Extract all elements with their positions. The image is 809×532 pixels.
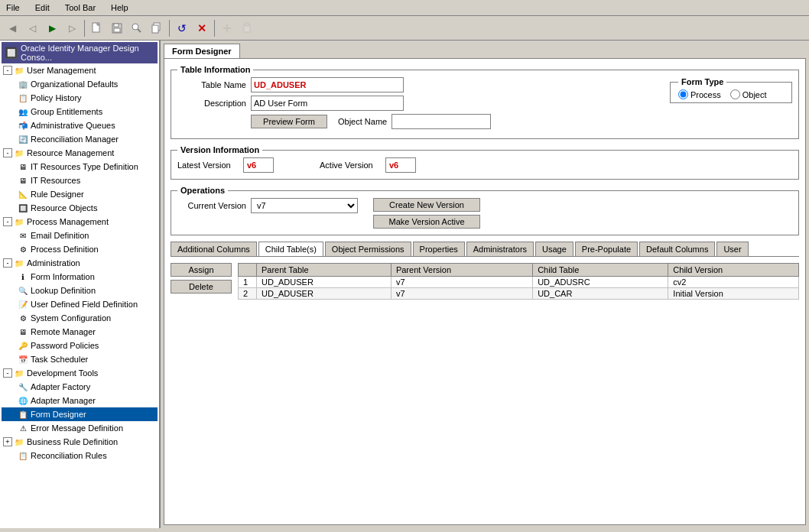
sidebar-label-user-field-def: User Defined Field Definition [31,300,138,309]
sidebar-label-adapter-manager: Adapter Manager [31,396,96,405]
expand-user-mgmt[interactable]: - [3,66,12,75]
radio-process-label: Process [678,89,721,99]
object-name-label: Object Name [338,117,387,126]
menu-edit[interactable]: Edit [32,2,53,14]
tab-usage[interactable]: Usage [535,242,573,256]
svg-line-6 [138,29,141,32]
sidebar-item-adapter-manager[interactable]: 🌐 Adapter Manager [2,394,158,407]
sidebar-item-adapter-factory[interactable]: 🔧 Adapter Factory [2,380,158,394]
version-select[interactable]: v7 v6 v5 v4 [251,198,358,213]
sidebar-item-rule-designer[interactable]: 📐 Rule Designer [2,187,158,201]
expand-administration[interactable]: - [3,258,12,268]
delete-btn[interactable]: Delete [171,280,232,294]
toolbar-back2[interactable]: ◁ [23,19,41,37]
latest-version-item: Latest Version v6 [177,157,274,173]
tab-default-columns[interactable]: Default Columns [639,242,715,256]
sidebar-label-lookup-def: Lookup Definition [31,286,96,295]
menu-help[interactable]: Help [108,2,132,14]
tab-child-tables[interactable]: Child Table(s) [258,242,323,256]
sidebar-item-biz-rule[interactable]: + 📁 Business Rule Definition [2,435,158,449]
sidebar-item-recon-manager[interactable]: 🔄 Reconciliation Manager [2,132,158,146]
toolbar-refresh[interactable]: ↺ [173,19,191,37]
toolbar-back[interactable]: ◀ [3,19,21,37]
sidebar-item-email-def[interactable]: ✉ Email Definition [2,229,158,242]
form-icon: ℹ [17,271,29,283]
active-version-item: Active Version v6 [320,157,416,173]
toolbar-sep3 [214,20,215,37]
sidebar-item-task-scheduler[interactable]: 📅 Task Scheduler [2,352,158,366]
make-active-btn[interactable]: Make Version Active [373,215,480,229]
expand-biz-rule[interactable]: + [3,437,12,446]
sidebar-item-admin-queues[interactable]: 📬 Administrative Queues [2,118,158,132]
tab-form-designer[interactable]: Form Designer [164,44,240,58]
sidebar-label-administration: Administration [27,258,80,268]
sidebar-item-it-resources[interactable]: 🖥 IT Resources [2,174,158,187]
sidebar-label-dev-tools: Development Tools [27,368,98,378]
sidebar-label-process-mgmt: Process Management [27,217,109,226]
expand-dev-tools[interactable]: - [3,368,12,378]
sidebar-item-resource-objects[interactable]: 🔲 Resource Objects [2,201,158,215]
sidebar-item-system-config[interactable]: ⚙ System Configuration [2,311,158,325]
table-row[interactable]: 1 UD_ADUSER v7 UD_ADUSRC cv2 [239,277,799,288]
sidebar-item-dev-tools[interactable]: - 📁 Development Tools [2,366,158,380]
create-version-btn[interactable]: Create New Version [373,198,480,212]
table-row[interactable]: 2 UD_ADUSER v7 UD_CAR Initial Version [239,288,799,300]
toolbar-forward2[interactable]: ▷ [63,19,81,37]
sidebar-item-policy-history[interactable]: 📋 Policy History [2,91,158,105]
sidebar-item-org-defaults[interactable]: 🏢 Organizational Defaults [2,77,158,91]
sidebar-item-form-designer[interactable]: 📋 Form Designer [2,407,158,421]
tab-additional-columns[interactable]: Additional Columns [171,242,257,256]
child-table-wrapper: Parent Table Parent Version Child Table … [238,260,799,300]
toolbar-cut[interactable] [218,19,236,37]
toolbar-copy[interactable] [148,19,166,37]
sidebar-label-policy-history: Policy History [31,93,82,102]
tab-administrators[interactable]: Administrators [466,242,534,256]
row1-num: 1 [239,277,257,288]
sidebar-item-remote-manager[interactable]: 🖥 Remote Manager [2,325,158,339]
expand-process-mgmt[interactable]: - [3,217,12,226]
tab-object-permissions[interactable]: Object Permissions [325,242,411,256]
toolbar-save[interactable] [108,19,126,37]
sidebar-item-user-mgmt[interactable]: - 📁 User Management [2,63,158,77]
sidebar-item-process-mgmt[interactable]: - 📁 Process Management [2,215,158,229]
toolbar-paste[interactable] [238,19,256,37]
tab-user[interactable]: User [716,242,748,256]
sidebar-label-recon-manager: Reconciliation Manager [31,135,119,144]
sidebar-item-user-field-def[interactable]: 📝 User Defined Field Definition [2,297,158,311]
remote-icon: 🖥 [17,326,29,338]
form-type-fieldset: Form Type Process Object [670,77,792,103]
toolbar-delete[interactable]: ✕ [193,19,211,37]
sidebar-item-error-msg[interactable]: ⚠ Error Message Definition [2,421,158,435]
sidebar-item-group-entitlements[interactable]: 👥 Group Entitlements [2,105,158,118]
sidebar-item-form-info[interactable]: ℹ Form Information [2,270,158,284]
sidebar-title-text: Oracle Identity Manager Design Conso... [21,44,154,62]
preview-form-btn[interactable]: Preview Form [251,115,327,128]
assign-btn[interactable]: Assign [171,263,232,277]
object-name-input[interactable] [392,114,491,129]
row1-parent-table: UD_ADUSER [257,277,392,288]
col-parent-table: Parent Table [257,264,392,277]
radio-process[interactable] [678,89,688,99]
description-input[interactable] [251,96,404,111]
menu-file[interactable]: File [3,2,23,14]
sidebar-item-recon-rules[interactable]: 📋 Reconciliation Rules [2,449,158,462]
menu-toolbar[interactable]: Tool Bar [62,2,99,14]
sidebar-item-password-policies[interactable]: 🔑 Password Policies [2,339,158,352]
sidebar-item-it-res-type[interactable]: 🖥 IT Resources Type Definition [2,160,158,174]
tab-pre-populate[interactable]: Pre-Populate [575,242,638,256]
sidebar-item-process-def[interactable]: ⚙ Process Definition [2,242,158,256]
toolbar-new[interactable] [88,19,106,37]
tab-properties[interactable]: Properties [413,242,465,256]
toolbar-forward[interactable]: ▶ [43,19,61,37]
table-name-input[interactable] [251,77,404,92]
recon-icon: 🔄 [17,133,29,145]
expand-resource-mgmt[interactable]: - [3,148,12,157]
radio-object[interactable] [730,89,740,99]
sidebar-label-system-config: System Configuration [31,313,111,323]
menu-bar: File Edit Tool Bar Help [0,0,809,16]
toolbar-find[interactable] [128,19,146,37]
col-parent-version: Parent Version [391,264,532,277]
sidebar-item-administration[interactable]: - 📁 Administration [2,256,158,270]
sidebar-item-lookup-def[interactable]: 🔍 Lookup Definition [2,284,158,297]
sidebar-item-resource-mgmt[interactable]: - 📁 Resource Management [2,146,158,160]
